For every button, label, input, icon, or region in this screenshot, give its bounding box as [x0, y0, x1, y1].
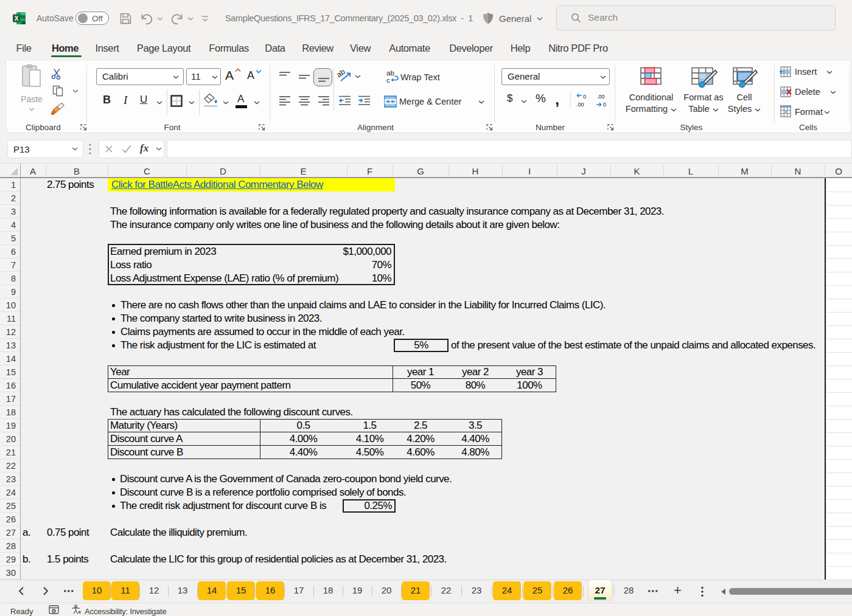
svg-text:.00: .00 [597, 94, 605, 100]
svg-text:0: 0 [583, 94, 586, 100]
svg-text:.00: .00 [576, 102, 584, 108]
svg-text:X: X [15, 15, 19, 22]
svg-text:0: 0 [603, 102, 606, 108]
svg-text:c: c [386, 77, 390, 84]
svg-text:ab: ab [386, 69, 394, 77]
